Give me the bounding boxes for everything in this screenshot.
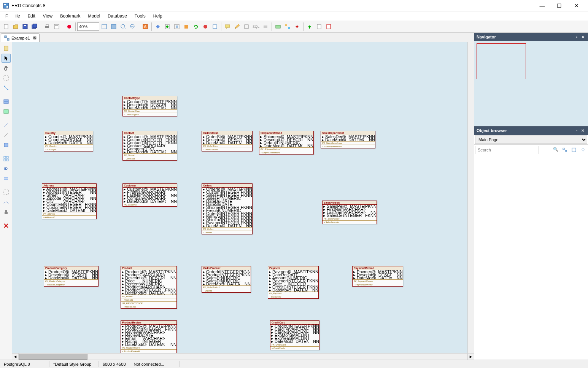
tb-icon-8[interactable]	[261, 22, 270, 31]
menu-model[interactable]: Model	[84, 12, 104, 20]
menu-file[interactable]: File	[2, 12, 24, 20]
entity-country[interactable]: Country▸ CountryId@_MASTERIDPKNN▸ Countr…	[44, 131, 93, 151]
entity-orders[interactable]: Orders▸ OrderId@_MASTERIDPKNN▸ CustomerI…	[202, 183, 253, 234]
saveall-icon[interactable]	[30, 22, 39, 31]
stamp-icon[interactable]	[2, 207, 11, 217]
comment-icon[interactable]	[223, 22, 232, 31]
entity-address[interactable]: Address▸ AddressId@_MASTERIDPKNN▸ Addres…	[42, 183, 97, 219]
svg-rect-7	[33, 24, 37, 28]
region-icon[interactable]	[2, 188, 11, 197]
tb-icon-12[interactable]	[324, 22, 333, 31]
entity-productreview[interactable]: ProductReview▸ ProductReviewId@_MASTERID…	[121, 320, 177, 353]
entity-product[interactable]: Product▸ ProductId@_MASTERIDPKNN▸ Produc…	[121, 266, 177, 309]
entity-shipmentmethod[interactable]: ShipmentMethod▸ ShipmentMethodId@_MASTER…	[259, 131, 314, 155]
menu-help[interactable]: Help	[149, 12, 166, 20]
save-icon[interactable]	[21, 22, 30, 31]
pointer-icon[interactable]	[2, 54, 11, 63]
tab-example1[interactable]: Example1 ⊠	[1, 33, 40, 42]
tb-icon-11[interactable]	[315, 22, 324, 31]
panel-close-icon[interactable]: ✕	[580, 34, 586, 40]
entity-salesdepartment[interactable]: SalesDepartment▸ SalesDepartmentId@_MAST…	[321, 131, 375, 148]
search-input[interactable]	[475, 146, 539, 154]
tb-icon-4[interactable]	[182, 22, 191, 31]
minimize-button[interactable]: —	[534, 0, 551, 11]
object-tree[interactable]	[474, 155, 588, 360]
connect-icon[interactable]	[2, 83, 11, 92]
export-icon[interactable]	[292, 22, 302, 31]
refresh-icon[interactable]	[191, 22, 200, 31]
layers-icon[interactable]	[2, 174, 11, 183]
refresh-tree-icon[interactable]	[579, 146, 587, 154]
tb-icon-1[interactable]	[153, 22, 162, 31]
entity-contact[interactable]: Contact▸ ContactId@_MASTERIDPKNN▸ Custom…	[122, 131, 177, 161]
hand-icon[interactable]	[2, 64, 11, 73]
line-icon[interactable]	[2, 121, 11, 130]
entity-orderstatus[interactable]: OrderStatus▸ OrderStatusId@_MASTERIDPKNN…	[202, 131, 253, 151]
id-icon[interactable]: ID	[2, 164, 11, 173]
import-icon[interactable]	[305, 22, 314, 31]
close-button[interactable]: ✕	[568, 0, 585, 11]
zoom-fit-icon[interactable]	[100, 22, 109, 31]
tab-label: Example1	[11, 36, 30, 40]
tb-icon-2[interactable]	[163, 22, 172, 31]
print-preview-icon[interactable]	[52, 22, 61, 31]
svg-rect-1	[4, 4, 6, 5]
maximize-button[interactable]: ☐	[551, 0, 568, 11]
menu-edit[interactable]: Edit	[24, 12, 39, 20]
tb-icon-10[interactable]	[283, 22, 292, 31]
grid-icon[interactable]	[2, 154, 11, 163]
diagram-canvas[interactable]: ContactType▸ ContactTypeId@_MASTERIDPKNN…	[12, 42, 467, 353]
page-select[interactable]: Main Page	[475, 135, 587, 144]
svg-rect-9	[46, 24, 48, 26]
svg-rect-34	[317, 24, 321, 29]
sql-icon[interactable]: SQL	[251, 22, 261, 31]
zoom-in-icon[interactable]	[119, 22, 128, 31]
entity-contacttype[interactable]: ContactType▸ ContactTypeId@_MASTERIDPKNN…	[122, 96, 177, 116]
tab-close-icon[interactable]: ⊠	[32, 35, 38, 40]
entity-paymentmethod[interactable]: PaymentMethod▸ PaymentMethodId@_MASTERID…	[352, 266, 403, 287]
table-icon[interactable]	[2, 97, 11, 106]
panel-pin-icon[interactable]: ▫	[574, 127, 580, 134]
search-icon[interactable]: 🔍	[553, 147, 558, 152]
menu-view[interactable]: View	[39, 12, 56, 20]
entity-customer[interactable]: Customer▸ CustomerId@_MASTERIDPKNN▸ Firs…	[122, 183, 177, 207]
tb-icon-5[interactable]	[201, 22, 210, 31]
entity-creditcard[interactable]: CreditCard▸ CreditCardIdINTEGERPKNN▸ Car…	[270, 320, 319, 350]
collapse-icon[interactable]	[570, 146, 578, 154]
expand-icon[interactable]	[561, 146, 569, 154]
note-icon[interactable]	[2, 140, 11, 150]
zoom-actual-icon[interactable]	[109, 22, 118, 31]
tb-icon-3[interactable]	[172, 22, 181, 31]
tb-icon-7[interactable]	[242, 22, 251, 31]
svg-line-16	[124, 28, 126, 29]
bookmark-icon[interactable]	[65, 22, 74, 31]
print-icon[interactable]	[43, 22, 52, 31]
panel-pin-icon[interactable]: ▫	[574, 34, 580, 40]
select-all-icon[interactable]: A	[141, 22, 150, 31]
zoom-select[interactable]	[77, 22, 99, 31]
new-icon[interactable]	[2, 22, 11, 31]
menu-database[interactable]: Database	[104, 12, 131, 20]
menu-bookmark[interactable]: Bookmark	[56, 12, 84, 20]
line2-icon[interactable]	[2, 131, 11, 140]
entity-productcategory[interactable]: ProductCategory▸ ProductCategoryId@_MAST…	[44, 266, 99, 287]
paste-icon[interactable]	[2, 44, 11, 53]
svg-rect-55	[4, 190, 8, 194]
zoom-out-icon[interactable]	[128, 22, 137, 31]
tb-icon-6[interactable]	[210, 22, 219, 31]
edit-icon[interactable]	[232, 22, 242, 31]
panel-close-icon[interactable]: ✕	[580, 127, 586, 134]
navigator-canvas[interactable]	[474, 41, 588, 126]
menu-tools[interactable]: Tools	[131, 12, 149, 20]
vertical-scrollbar[interactable]	[467, 42, 474, 353]
entity-salesperson[interactable]: SalesPerson▸ SalesPersonId@_MASTERIDPKNN…	[322, 201, 377, 224]
open-icon[interactable]	[11, 22, 20, 31]
entity-payment[interactable]: Payment▸ PaymentId@_MASTERIDPKNN▸ DateRe…	[268, 266, 319, 299]
rectangle-select-icon[interactable]	[2, 73, 11, 83]
tb-icon-9[interactable]	[273, 22, 283, 31]
delete-icon[interactable]	[2, 221, 11, 230]
view-icon[interactable]	[2, 107, 11, 116]
curve-icon[interactable]	[2, 198, 11, 207]
entity-orderproduct[interactable]: OrderProduct▸ OrderIdINTEGERPKNN▸ Produc…	[202, 266, 251, 293]
horizontal-scrollbar[interactable]: ◄ ►	[12, 353, 474, 360]
